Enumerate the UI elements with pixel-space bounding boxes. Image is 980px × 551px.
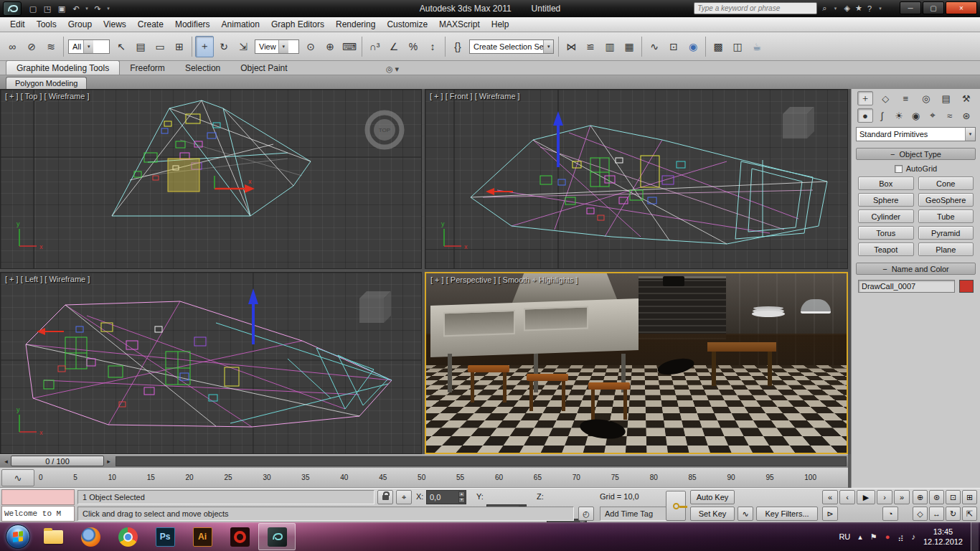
- go-to-end-button[interactable]: »: [894, 490, 910, 504]
- object-type-button[interactable]: Pyramid: [918, 226, 974, 240]
- select-and-link-button[interactable]: ∞: [3, 36, 22, 57]
- key-mode-toggle-button[interactable]: ⊳: [822, 507, 838, 521]
- viewcube-left[interactable]: [359, 291, 391, 323]
- viewport-top-label[interactable]: [ + ] [ Top ] [ Wireframe ]: [5, 92, 89, 100]
- mirror-button[interactable]: ⋈: [562, 36, 580, 57]
- cameras-category-button[interactable]: ◉: [908, 108, 924, 123]
- menu-item[interactable]: Group: [62, 19, 98, 29]
- set-key-mode-button[interactable]: [666, 491, 686, 521]
- orbit-button[interactable]: ↻: [946, 507, 961, 521]
- rendered-frame-window-button[interactable]: ◫: [728, 36, 747, 57]
- pan-view-button[interactable]: ↔: [929, 507, 944, 521]
- menu-item[interactable]: Edit: [4, 19, 31, 29]
- taskbar-3dsmax[interactable]: [258, 523, 296, 550]
- create-tab[interactable]: ＋: [857, 91, 873, 105]
- viewport-perspective[interactable]: [ + ] [ Perspective ] [ Smooth + Highlig…: [425, 272, 848, 454]
- systems-category-button[interactable]: ⊛: [958, 108, 974, 123]
- taskbar-explorer[interactable]: [34, 523, 72, 550]
- taskbar-firefox[interactable]: [72, 523, 109, 550]
- ribbon-tab[interactable]: Graphite Modeling Tools: [6, 60, 120, 75]
- viewport-perspective-label[interactable]: [ + ] [ Perspective ] [ Smooth + Highlig…: [430, 276, 578, 284]
- ribbon-tab[interactable]: Object Paint: [230, 61, 297, 75]
- shapes-category-button[interactable]: ∫: [875, 108, 890, 123]
- select-and-rotate-button[interactable]: ↻: [215, 36, 233, 57]
- 3dsmax-application-menu-button[interactable]: [3, 1, 22, 16]
- object-type-button[interactable]: Tube: [918, 209, 974, 223]
- percent-snap-button[interactable]: %: [404, 36, 423, 57]
- previous-frame-playback-button[interactable]: ‹: [839, 490, 855, 504]
- geometry-category-button[interactable]: ●: [857, 108, 873, 123]
- layer-manager-button[interactable]: ▥: [600, 36, 619, 57]
- show-desktop-button[interactable]: [971, 522, 979, 551]
- zoom-extents-button[interactable]: ⊡: [946, 490, 961, 504]
- object-name-field[interactable]: DrawCall_0007: [858, 280, 955, 293]
- select-by-name-button[interactable]: ▤: [131, 36, 150, 57]
- polygon-modeling-tab[interactable]: Polygon Modeling: [6, 77, 87, 89]
- track-bar[interactable]: ∿ 05101520253035404550556065707580859095…: [0, 467, 848, 488]
- chevron-down-icon[interactable]: ▾: [83, 40, 93, 53]
- taskbar-chrome[interactable]: [109, 523, 146, 550]
- object-type-button[interactable]: Sphere: [858, 193, 914, 207]
- menu-item[interactable]: Views: [98, 19, 132, 29]
- communication-center-icon[interactable]: ◈: [844, 4, 850, 13]
- time-slider-handle[interactable]: 0 / 100: [11, 456, 104, 466]
- align-button[interactable]: ≌: [581, 36, 600, 57]
- viewport-front[interactable]: [ + ] [ Front ] [ Wireframe ]: [425, 89, 848, 269]
- open-file-button[interactable]: ◳: [40, 2, 55, 15]
- object-type-button[interactable]: Cylinder: [858, 209, 914, 223]
- menu-item[interactable]: Animation: [216, 19, 265, 29]
- selection-region-button[interactable]: ▭: [151, 36, 169, 57]
- time-tag-button[interactable]: ◴: [578, 507, 594, 521]
- chevron-down-icon[interactable]: ▾: [543, 40, 553, 53]
- redo-dropdown[interactable]: ▾: [105, 6, 112, 11]
- mini-curve-editor-button[interactable]: ∿: [1, 469, 34, 486]
- edit-named-selection-sets-button[interactable]: {}: [448, 36, 467, 57]
- use-pivot-point-center-button[interactable]: ⊙: [301, 36, 320, 57]
- field-of-view-button[interactable]: ◇: [913, 507, 928, 521]
- go-to-start-button[interactable]: «: [822, 490, 838, 504]
- lights-category-button[interactable]: ☀: [891, 108, 907, 123]
- minimize-button[interactable]: ─: [900, 1, 921, 14]
- object-type-rollout-header[interactable]: − Object Type: [856, 148, 976, 160]
- play-animation-button[interactable]: ▶: [857, 490, 875, 504]
- chevron-down-icon[interactable]: ▾: [965, 128, 975, 141]
- save-file-button[interactable]: ▣: [55, 2, 69, 15]
- absolute-offset-mode-button[interactable]: ⌖: [396, 490, 412, 504]
- clock[interactable]: 13:45 12.12.2012: [923, 527, 963, 547]
- next-frame-button[interactable]: ▸: [104, 456, 113, 466]
- x-coordinate-field[interactable]: 0,0▲▼: [426, 490, 466, 504]
- helpers-category-button[interactable]: ⌖: [925, 108, 941, 123]
- search-icon[interactable]: ⌕: [822, 4, 826, 13]
- modify-tab[interactable]: ◇: [877, 91, 893, 105]
- undo-dropdown[interactable]: ▾: [83, 6, 90, 11]
- taskbar-photoshop[interactable]: Ps: [146, 523, 184, 550]
- next-frame-playback-button[interactable]: ›: [877, 490, 892, 504]
- maxscript-mini-listener[interactable]: Welcome to M: [1, 506, 75, 522]
- search-dropdown[interactable]: ▾: [832, 6, 839, 11]
- undo-button[interactable]: ↶: [69, 2, 83, 15]
- window-crossing-button[interactable]: ⊞: [170, 36, 189, 57]
- volume-icon[interactable]: ♪: [911, 532, 915, 541]
- graphite-ribbon-toggle-button[interactable]: ▦: [620, 36, 639, 57]
- render-setup-button[interactable]: ▩: [709, 36, 727, 57]
- maximize-viewport-toggle-button[interactable]: ⇱: [962, 507, 977, 521]
- menu-item[interactable]: Customize: [381, 19, 433, 29]
- viewport-top[interactable]: [ + ] [ Top ] [ Wireframe ]: [0, 89, 422, 269]
- select-object-button[interactable]: ↖: [112, 36, 131, 57]
- select-and-move-button[interactable]: ＋: [195, 36, 214, 57]
- new-key-settings-button[interactable]: ∿: [738, 507, 753, 521]
- time-slider-track[interactable]: [116, 456, 847, 466]
- time-slider[interactable]: ◂ 0 / 100 ▸: [0, 454, 848, 467]
- taskbar-red-app[interactable]: [221, 523, 258, 550]
- spinner-snap-button[interactable]: ↕: [423, 36, 442, 57]
- previous-frame-button[interactable]: ◂: [1, 456, 11, 466]
- menu-item[interactable]: Graph Editors: [265, 19, 330, 29]
- select-and-scale-button[interactable]: ⇲: [234, 36, 253, 57]
- close-button[interactable]: ×: [946, 1, 977, 14]
- help-dropdown[interactable]: ▾: [877, 6, 884, 11]
- viewport-left-label[interactable]: [ + ] [ Left ] [ Wireframe ]: [5, 275, 90, 283]
- auto-key-button[interactable]: Auto Key: [690, 490, 735, 504]
- menu-item[interactable]: Create: [132, 19, 169, 29]
- ribbon-tab[interactable]: Selection: [175, 61, 230, 75]
- time-configuration-button[interactable]: ◔: [882, 507, 898, 521]
